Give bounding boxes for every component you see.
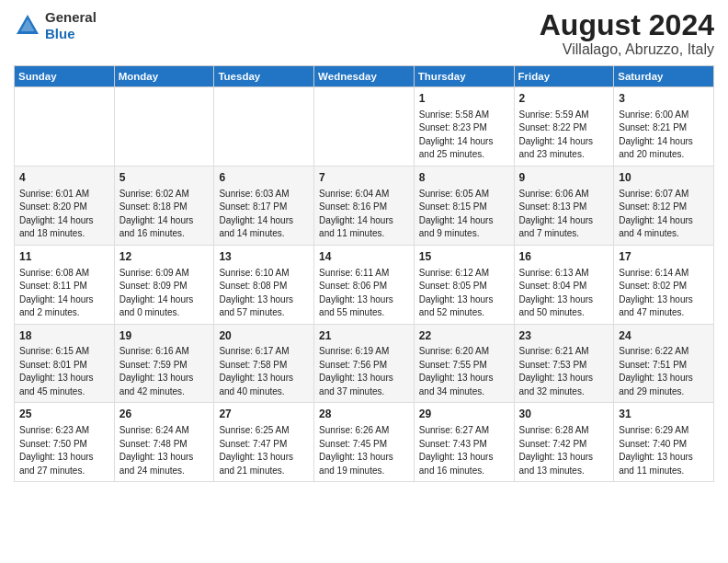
calendar-cell: 26Sunrise: 6:24 AM Sunset: 7:48 PM Dayli… (114, 403, 214, 482)
day-info: Sunrise: 6:26 AM Sunset: 7:45 PM Dayligh… (319, 424, 409, 477)
day-number: 16 (519, 249, 609, 265)
calendar-cell (15, 87, 115, 167)
day-info: Sunrise: 6:22 AM Sunset: 7:51 PM Dayligh… (619, 345, 709, 398)
calendar-week-2: 11Sunrise: 6:08 AM Sunset: 8:11 PM Dayli… (15, 245, 714, 324)
day-number: 29 (419, 407, 509, 422)
calendar-cell: 24Sunrise: 6:22 AM Sunset: 7:51 PM Dayli… (614, 324, 714, 403)
day-info: Sunrise: 6:08 AM Sunset: 8:11 PM Dayligh… (19, 267, 109, 320)
day-info: Sunrise: 6:14 AM Sunset: 8:02 PM Dayligh… (619, 267, 709, 320)
day-number: 19 (119, 328, 210, 344)
day-info: Sunrise: 6:29 AM Sunset: 7:40 PM Dayligh… (619, 424, 709, 477)
day-info: Sunrise: 6:02 AM Sunset: 8:18 PM Dayligh… (119, 188, 210, 241)
day-info: Sunrise: 6:11 AM Sunset: 8:06 PM Dayligh… (319, 267, 409, 320)
calendar-cell: 27Sunrise: 6:25 AM Sunset: 7:47 PM Dayli… (214, 403, 314, 482)
calendar-cell: 11Sunrise: 6:08 AM Sunset: 8:11 PM Dayli… (15, 245, 115, 324)
day-number: 10 (619, 170, 709, 186)
calendar-cell (214, 87, 314, 167)
day-number: 6 (219, 170, 309, 186)
day-info: Sunrise: 6:20 AM Sunset: 7:55 PM Dayligh… (419, 345, 509, 398)
day-number: 30 (519, 407, 609, 422)
day-number: 2 (519, 91, 609, 107)
day-number: 15 (419, 249, 509, 265)
day-number: 1 (419, 91, 509, 107)
day-number: 20 (219, 328, 309, 344)
calendar-cell: 20Sunrise: 6:17 AM Sunset: 7:58 PM Dayli… (214, 324, 314, 403)
day-number: 14 (319, 249, 409, 265)
day-number: 4 (19, 170, 109, 186)
calendar-cell: 2Sunrise: 5:59 AM Sunset: 8:22 PM Daylig… (514, 87, 614, 167)
calendar-week-0: 1Sunrise: 5:58 AM Sunset: 8:23 PM Daylig… (15, 87, 714, 167)
day-number: 23 (519, 328, 609, 344)
day-number: 11 (19, 249, 109, 265)
day-info: Sunrise: 6:12 AM Sunset: 8:05 PM Dayligh… (419, 267, 509, 320)
calendar-cell: 31Sunrise: 6:29 AM Sunset: 7:40 PM Dayli… (614, 403, 714, 482)
day-info: Sunrise: 6:28 AM Sunset: 7:42 PM Dayligh… (519, 424, 609, 477)
calendar-cell: 13Sunrise: 6:10 AM Sunset: 8:08 PM Dayli… (214, 245, 314, 324)
day-info: Sunrise: 5:59 AM Sunset: 8:22 PM Dayligh… (519, 109, 609, 162)
calendar-week-3: 18Sunrise: 6:15 AM Sunset: 8:01 PM Dayli… (15, 324, 714, 403)
day-number: 18 (19, 328, 109, 344)
calendar-week-1: 4Sunrise: 6:01 AM Sunset: 8:20 PM Daylig… (15, 166, 714, 245)
day-info: Sunrise: 6:05 AM Sunset: 8:15 PM Dayligh… (419, 188, 509, 241)
day-info: Sunrise: 6:00 AM Sunset: 8:21 PM Dayligh… (619, 109, 709, 162)
logo-text: General Blue (45, 9, 97, 42)
calendar-cell: 12Sunrise: 6:09 AM Sunset: 8:09 PM Dayli… (114, 245, 214, 324)
calendar-cell: 7Sunrise: 6:04 AM Sunset: 8:16 PM Daylig… (314, 166, 415, 245)
day-info: Sunrise: 6:03 AM Sunset: 8:17 PM Dayligh… (219, 188, 309, 241)
weekday-header-friday: Friday (514, 66, 614, 87)
day-number: 8 (419, 170, 509, 186)
day-number: 5 (119, 170, 210, 186)
day-number: 21 (319, 328, 409, 344)
day-info: Sunrise: 6:19 AM Sunset: 7:56 PM Dayligh… (319, 345, 409, 398)
title-block: August 2024 Villalago, Abruzzo, Italy (540, 9, 714, 58)
logo: General Blue (14, 9, 97, 42)
weekday-row: SundayMondayTuesdayWednesdayThursdayFrid… (15, 66, 714, 87)
day-number: 13 (219, 249, 309, 265)
day-info: Sunrise: 6:27 AM Sunset: 7:43 PM Dayligh… (419, 424, 509, 477)
calendar-cell: 1Sunrise: 5:58 AM Sunset: 8:23 PM Daylig… (414, 87, 514, 167)
day-info: Sunrise: 6:04 AM Sunset: 8:16 PM Dayligh… (319, 188, 409, 241)
weekday-header-monday: Monday (114, 66, 214, 87)
day-info: Sunrise: 5:58 AM Sunset: 8:23 PM Dayligh… (419, 109, 509, 162)
calendar-cell: 19Sunrise: 6:16 AM Sunset: 7:59 PM Dayli… (114, 324, 214, 403)
day-info: Sunrise: 6:01 AM Sunset: 8:20 PM Dayligh… (19, 188, 109, 241)
calendar-cell: 22Sunrise: 6:20 AM Sunset: 7:55 PM Dayli… (414, 324, 514, 403)
day-info: Sunrise: 6:23 AM Sunset: 7:50 PM Dayligh… (19, 424, 109, 477)
day-number: 26 (119, 407, 210, 422)
day-info: Sunrise: 6:17 AM Sunset: 7:58 PM Dayligh… (219, 345, 309, 398)
day-number: 3 (619, 91, 709, 107)
calendar: SundayMondayTuesdayWednesdayThursdayFrid… (14, 65, 714, 482)
day-info: Sunrise: 6:13 AM Sunset: 8:04 PM Dayligh… (519, 267, 609, 320)
day-info: Sunrise: 6:06 AM Sunset: 8:13 PM Dayligh… (519, 188, 609, 241)
day-number: 31 (619, 407, 709, 422)
calendar-cell: 14Sunrise: 6:11 AM Sunset: 8:06 PM Dayli… (314, 245, 415, 324)
calendar-week-4: 25Sunrise: 6:23 AM Sunset: 7:50 PM Dayli… (15, 403, 714, 482)
calendar-cell: 15Sunrise: 6:12 AM Sunset: 8:05 PM Dayli… (414, 245, 514, 324)
day-number: 25 (19, 407, 109, 422)
day-info: Sunrise: 6:25 AM Sunset: 7:47 PM Dayligh… (219, 424, 309, 477)
day-info: Sunrise: 6:16 AM Sunset: 7:59 PM Dayligh… (119, 345, 210, 398)
calendar-cell: 4Sunrise: 6:01 AM Sunset: 8:20 PM Daylig… (15, 166, 115, 245)
day-info: Sunrise: 6:10 AM Sunset: 8:08 PM Dayligh… (219, 267, 309, 320)
calendar-cell (314, 87, 415, 167)
day-number: 27 (219, 407, 309, 422)
weekday-header-sunday: Sunday (15, 66, 115, 87)
calendar-cell: 29Sunrise: 6:27 AM Sunset: 7:43 PM Dayli… (414, 403, 514, 482)
calendar-cell: 21Sunrise: 6:19 AM Sunset: 7:56 PM Dayli… (314, 324, 415, 403)
logo-general: General (45, 9, 97, 25)
calendar-cell: 17Sunrise: 6:14 AM Sunset: 8:02 PM Dayli… (614, 245, 714, 324)
calendar-cell (114, 87, 214, 167)
calendar-cell: 16Sunrise: 6:13 AM Sunset: 8:04 PM Dayli… (514, 245, 614, 324)
weekday-header-tuesday: Tuesday (214, 66, 314, 87)
day-number: 22 (419, 328, 509, 344)
day-info: Sunrise: 6:09 AM Sunset: 8:09 PM Dayligh… (119, 267, 210, 320)
calendar-cell: 25Sunrise: 6:23 AM Sunset: 7:50 PM Dayli… (15, 403, 115, 482)
weekday-header-thursday: Thursday (414, 66, 514, 87)
day-number: 24 (619, 328, 709, 344)
location: Villalago, Abruzzo, Italy (540, 41, 714, 58)
day-number: 12 (119, 249, 210, 265)
day-info: Sunrise: 6:15 AM Sunset: 8:01 PM Dayligh… (19, 345, 109, 398)
day-info: Sunrise: 6:07 AM Sunset: 8:12 PM Dayligh… (619, 188, 709, 241)
day-info: Sunrise: 6:24 AM Sunset: 7:48 PM Dayligh… (119, 424, 210, 477)
calendar-header: SundayMondayTuesdayWednesdayThursdayFrid… (15, 66, 714, 87)
